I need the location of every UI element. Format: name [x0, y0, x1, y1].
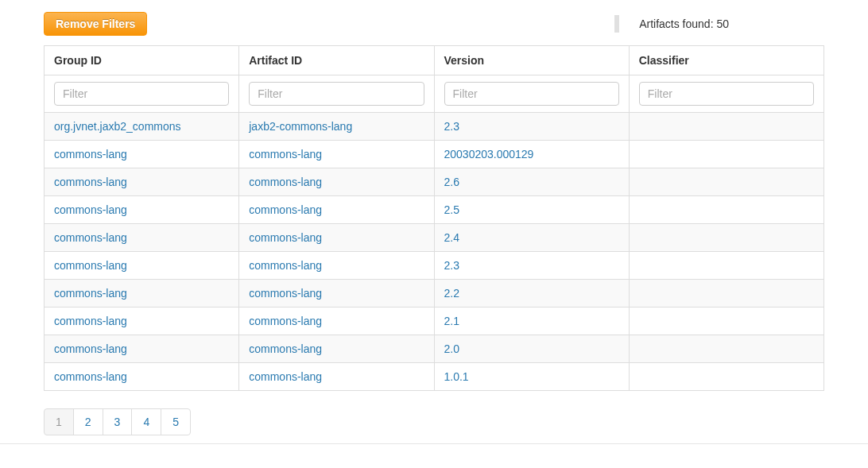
version-link[interactable]: 2.6 — [444, 176, 459, 188]
cell-group-id: commons-lang — [45, 168, 239, 196]
top-bar: Remove Filters Artifacts found: 50 — [44, 12, 824, 36]
bottom-divider — [0, 443, 868, 444]
cell-version: 2.3 — [434, 113, 629, 141]
group-id-link[interactable]: commons-lang — [54, 176, 127, 188]
cell-classifier — [629, 335, 823, 363]
version-link[interactable]: 2.4 — [444, 231, 459, 244]
cell-artifact-id: commons-lang — [239, 363, 434, 391]
page-1: 1 — [44, 408, 74, 435]
table-row: commons-langcommons-lang2.5 — [45, 196, 824, 224]
status-area: Artifacts found: 50 — [614, 15, 729, 33]
cell-group-id: org.jvnet.jaxb2_commons — [45, 113, 239, 141]
cell-version: 20030203.000129 — [434, 141, 629, 168]
group-id-link[interactable]: org.jvnet.jaxb2_commons — [54, 120, 181, 133]
filter-group-id-input[interactable] — [54, 82, 229, 106]
cell-classifier — [629, 168, 823, 196]
artifact-id-link[interactable]: jaxb2-commons-lang — [249, 120, 352, 133]
cell-version: 2.5 — [434, 196, 629, 224]
version-link[interactable]: 1.0.1 — [444, 370, 469, 383]
header-classifier: Classifier — [629, 46, 823, 75]
cell-version: 2.1 — [434, 307, 629, 335]
table-row: commons-langcommons-lang2.0 — [45, 335, 824, 363]
cell-artifact-id: commons-lang — [239, 141, 434, 168]
group-id-link[interactable]: commons-lang — [54, 259, 127, 272]
filter-classifier-input[interactable] — [639, 82, 814, 106]
filter-version-input[interactable] — [444, 82, 619, 106]
artifacts-table: Group ID Artifact ID Version Classifier … — [44, 45, 824, 391]
group-id-link[interactable]: commons-lang — [54, 315, 127, 327]
version-link[interactable]: 2.2 — [444, 287, 459, 300]
artifact-count-label: Artifacts found: 50 — [639, 17, 729, 30]
cell-group-id: commons-lang — [45, 196, 239, 224]
artifact-id-link[interactable]: commons-lang — [249, 203, 322, 216]
group-id-link[interactable]: commons-lang — [54, 148, 127, 161]
cell-version: 2.3 — [434, 252, 629, 280]
cell-group-id: commons-lang — [45, 224, 239, 252]
version-link[interactable]: 20030203.000129 — [444, 148, 534, 161]
artifact-id-link[interactable]: commons-lang — [249, 231, 322, 244]
version-link[interactable]: 2.3 — [444, 120, 459, 133]
table-row: commons-langcommons-lang2.3 — [45, 252, 824, 280]
page-5[interactable]: 5 — [161, 408, 191, 435]
group-id-link[interactable]: commons-lang — [54, 231, 127, 244]
artifact-id-link[interactable]: commons-lang — [249, 315, 322, 327]
version-link[interactable]: 2.5 — [444, 203, 459, 216]
cell-group-id: commons-lang — [45, 252, 239, 280]
table-row: commons-langcommons-lang2.2 — [45, 280, 824, 307]
artifact-id-link[interactable]: commons-lang — [249, 176, 322, 188]
artifact-id-link[interactable]: commons-lang — [249, 259, 322, 272]
cell-group-id: commons-lang — [45, 141, 239, 168]
cell-group-id: commons-lang — [45, 307, 239, 335]
cell-artifact-id: commons-lang — [239, 168, 434, 196]
cell-version: 2.6 — [434, 168, 629, 196]
artifact-id-link[interactable]: commons-lang — [249, 370, 322, 383]
artifact-id-link[interactable]: commons-lang — [249, 148, 322, 161]
cell-version: 2.2 — [434, 280, 629, 307]
table-row: commons-langcommons-lang20030203.000129 — [45, 141, 824, 168]
artifact-id-link[interactable]: commons-lang — [249, 342, 322, 355]
cell-artifact-id: commons-lang — [239, 224, 434, 252]
page-2[interactable]: 2 — [73, 408, 103, 435]
cell-artifact-id: jaxb2-commons-lang — [239, 113, 434, 141]
group-id-link[interactable]: commons-lang — [54, 342, 127, 355]
cell-artifact-id: commons-lang — [239, 307, 434, 335]
pagination: 12345 — [44, 408, 191, 435]
cell-artifact-id: commons-lang — [239, 335, 434, 363]
page-4[interactable]: 4 — [131, 408, 161, 435]
status-divider — [614, 15, 619, 33]
cell-classifier — [629, 224, 823, 252]
table-row: commons-langcommons-lang2.6 — [45, 168, 824, 196]
table-row: commons-langcommons-lang1.0.1 — [45, 363, 824, 391]
group-id-link[interactable]: commons-lang — [54, 370, 127, 383]
header-artifact-id: Artifact ID — [239, 46, 434, 75]
version-link[interactable]: 2.1 — [444, 315, 459, 327]
group-id-link[interactable]: commons-lang — [54, 287, 127, 300]
cell-classifier — [629, 363, 823, 391]
filter-row — [45, 75, 824, 113]
group-id-link[interactable]: commons-lang — [54, 203, 127, 216]
cell-group-id: commons-lang — [45, 363, 239, 391]
artifact-id-link[interactable]: commons-lang — [249, 287, 322, 300]
cell-artifact-id: commons-lang — [239, 196, 434, 224]
cell-artifact-id: commons-lang — [239, 252, 434, 280]
cell-classifier — [629, 113, 823, 141]
cell-version: 2.4 — [434, 224, 629, 252]
header-group-id: Group ID — [45, 46, 239, 75]
filter-artifact-id-input[interactable] — [249, 82, 424, 106]
version-link[interactable]: 2.3 — [444, 259, 459, 272]
table-row: commons-langcommons-lang2.1 — [45, 307, 824, 335]
cell-classifier — [629, 280, 823, 307]
cell-classifier — [629, 196, 823, 224]
page-3[interactable]: 3 — [103, 408, 133, 435]
version-link[interactable]: 2.0 — [444, 342, 459, 355]
table-row: commons-langcommons-lang2.4 — [45, 224, 824, 252]
header-version: Version — [434, 46, 629, 75]
remove-filters-button[interactable]: Remove Filters — [44, 12, 147, 36]
table-header-row: Group ID Artifact ID Version Classifier — [45, 46, 824, 75]
cell-group-id: commons-lang — [45, 280, 239, 307]
cell-version: 2.0 — [434, 335, 629, 363]
table-row: org.jvnet.jaxb2_commonsjaxb2-commons-lan… — [45, 113, 824, 141]
cell-group-id: commons-lang — [45, 335, 239, 363]
cell-version: 1.0.1 — [434, 363, 629, 391]
cell-classifier — [629, 307, 823, 335]
